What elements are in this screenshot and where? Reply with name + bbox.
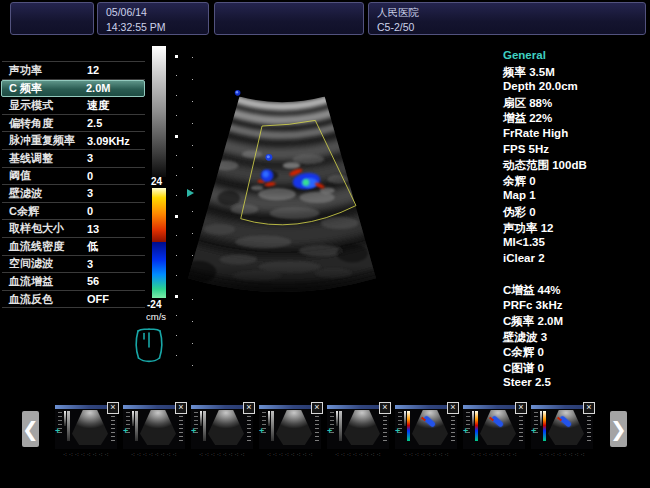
param-row-10[interactable]: 血流线密度低	[2, 238, 145, 256]
param-label: 取样包大小	[9, 221, 87, 236]
velocity-colorbar-positive	[152, 188, 166, 242]
param-row-13[interactable]: 血流反色OFF	[2, 291, 145, 309]
ruler-minor-tick	[176, 275, 177, 276]
header-text: 人民医院	[377, 5, 645, 20]
header-box-datetime: 05/06/1414:32:55 PM	[97, 2, 209, 35]
ruler-minor-tick	[176, 195, 177, 196]
cursor-dot[interactable]	[235, 90, 241, 96]
param-label: 空间滤波	[9, 256, 87, 271]
thumbnail-close-button[interactable]: ×	[107, 402, 119, 414]
param-row-0[interactable]: 声功率12	[2, 61, 145, 80]
thumbnail-caption: ·: ·: ·: ·: ·: ·: ·: ·:	[121, 451, 187, 457]
thumbnail-3[interactable]: +×	[259, 405, 321, 449]
param-row-5[interactable]: 基线调整3	[2, 150, 145, 168]
ruler-major-tick	[175, 295, 178, 298]
header: 05/06/1414:32:55 PM人民医院C5-2/50	[0, 0, 650, 40]
thumbnail-marker-icon: +	[327, 427, 332, 436]
info-line-17: 壁滤波 3	[503, 330, 648, 346]
thumbnail-close-button[interactable]: ×	[175, 402, 187, 414]
thumbnail-image	[276, 410, 312, 445]
param-value: 3	[87, 152, 142, 164]
thumbnail-marker-icon: +	[123, 427, 128, 436]
thumbnail-caption: ·: ·: ·: ·: ·: ·: ·: ·:	[53, 451, 119, 457]
param-value: 56	[87, 275, 142, 287]
thumbnail-marker-icon: +	[463, 427, 468, 436]
info-line-12: iClear 2	[503, 252, 648, 268]
thumbnail-image	[344, 410, 380, 445]
ruler-major-tick	[175, 135, 178, 138]
velocity-colorbar-negative	[152, 242, 166, 298]
thumbnail-close-button[interactable]: ×	[311, 402, 323, 414]
filmstrip-next-button[interactable]: ❯	[610, 411, 627, 447]
param-row-7[interactable]: 壁滤波3	[2, 185, 145, 203]
preset-name: General	[503, 49, 648, 65]
velocity-scale-max: 24	[151, 176, 162, 187]
thumbnail-image	[480, 410, 516, 445]
thumbnail-graybar	[404, 411, 406, 426]
ultrasound-image	[185, 38, 495, 375]
thumbnail-close-button[interactable]: ×	[243, 402, 255, 414]
param-row-8[interactable]: C余辉0	[2, 203, 145, 221]
thumbnail-right-text	[247, 412, 251, 442]
thumbnail-1[interactable]: +×	[123, 405, 185, 449]
thumbnail-colorbar	[135, 411, 138, 441]
thumbnail-close-button[interactable]: ×	[379, 402, 391, 414]
param-row-11[interactable]: 空间滤波3	[2, 256, 145, 274]
param-row-9[interactable]: 取样包大小13	[2, 220, 145, 238]
ruler-minor-tick	[176, 115, 177, 116]
thumbnail-6[interactable]: +×	[463, 405, 525, 449]
parameter-sidebar: 声功率12C 频率2.0M显示模式速度偏转角度2.5脉冲重复频率3.09KHz基…	[2, 61, 145, 308]
param-value: 3	[87, 187, 142, 199]
thumbnail-marker-icon: +	[191, 427, 196, 436]
info-line-15: PRFc 3kHz	[503, 299, 648, 315]
param-value: 2.5	[87, 117, 142, 129]
info-line-16: C频率 2.0M	[503, 314, 648, 330]
thumbnail-image	[412, 410, 448, 445]
param-row-6[interactable]: 阈值0	[2, 168, 145, 186]
thumbnail-colorbar	[67, 411, 70, 441]
thumbnail-marker-icon: +	[395, 427, 400, 436]
param-row-1[interactable]: C 频率2.0M	[1, 80, 145, 98]
param-row-12[interactable]: 血流增益56	[2, 273, 145, 291]
param-value: 13	[87, 223, 142, 235]
thumbnail-caption: ·: ·: ·: ·: ·: ·: ·: ·:	[189, 451, 255, 457]
info-line-19: C图谱 0	[503, 361, 648, 377]
info-line-3: 增益 22%	[503, 111, 648, 127]
header-box-hospital-probe: 人民医院C5-2/50	[368, 2, 646, 35]
param-value: 低	[87, 239, 142, 254]
thumbnail-7[interactable]: +×	[531, 405, 593, 449]
thumbnail-close-button[interactable]: ×	[515, 402, 527, 414]
thumbnail-marker-icon: +	[531, 427, 536, 436]
info-line-10: 声功率 12	[503, 221, 648, 237]
cursor-dot[interactable]	[265, 154, 272, 161]
param-value: 0	[87, 205, 142, 217]
thumbnail-right-text	[587, 412, 591, 442]
velocity-scale-min: -24	[147, 299, 161, 310]
ruler-minor-tick	[176, 95, 177, 96]
info-line-9: 伪彩 0	[503, 205, 648, 221]
thumbnail-colorbar	[339, 411, 342, 441]
info-line-13	[503, 267, 648, 283]
thumbnail-close-button[interactable]: ×	[583, 402, 595, 414]
info-line-5: FPS 5Hz	[503, 143, 648, 159]
body-marker-icon[interactable]	[131, 324, 167, 366]
thumbnail-2[interactable]: +×	[191, 405, 253, 449]
info-line-0: 频率 3.5M	[503, 65, 648, 81]
param-row-2[interactable]: 显示模式速度	[2, 97, 145, 115]
thumbnail-4[interactable]: +×	[327, 405, 389, 449]
thumbnail-5[interactable]: +×	[395, 405, 457, 449]
filmstrip-prev-button[interactable]: ❮	[22, 411, 39, 447]
param-label: 血流增益	[9, 274, 87, 289]
thumbnail-marker-icon: +	[55, 427, 60, 436]
thumbnail-0[interactable]: +×	[55, 405, 117, 449]
param-row-4[interactable]: 脉冲重复频率3.09KHz	[2, 132, 145, 150]
thumbnail-caption: ·: ·: ·: ·: ·: ·: ·: ·:	[325, 451, 391, 457]
thumbnail-close-button[interactable]: ×	[447, 402, 459, 414]
param-label: 显示模式	[9, 98, 87, 113]
ruler-minor-tick	[176, 335, 177, 336]
info-line-6: 动态范围 100dB	[503, 158, 648, 174]
ruler-minor-tick	[176, 75, 177, 76]
param-row-3[interactable]: 偏转角度2.5	[2, 115, 145, 133]
param-label: 血流线密度	[9, 239, 87, 254]
param-value: 3	[87, 258, 142, 270]
